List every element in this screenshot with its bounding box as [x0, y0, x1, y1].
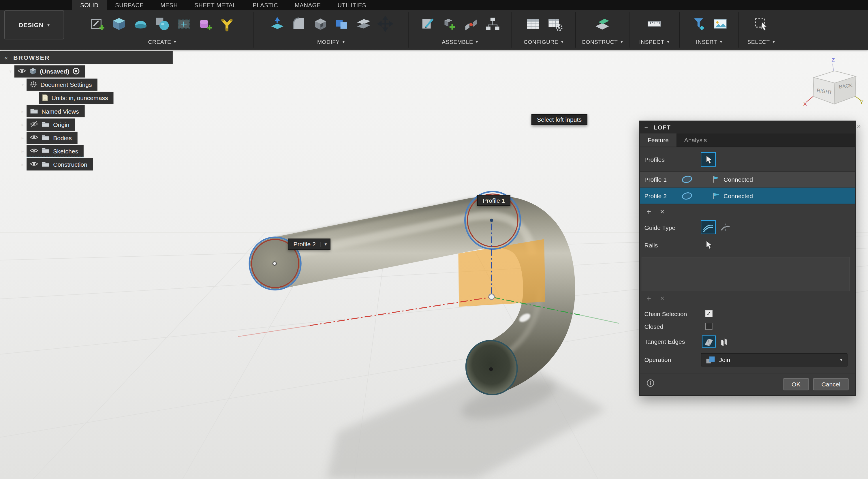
expand-arrow-icon[interactable]: ▸: [19, 108, 27, 114]
combine-icon[interactable]: [333, 13, 351, 34]
profile-row-2[interactable]: Profile 2 Connected: [640, 188, 855, 204]
ok-button[interactable]: OK: [783, 378, 809, 390]
profile-2-label[interactable]: Profile 2 ▾: [288, 238, 331, 250]
closed-checkbox[interactable]: [705, 323, 713, 330]
move-icon[interactable]: [375, 13, 394, 34]
expand-arrow-icon[interactable]: ▸: [19, 162, 27, 167]
operation-dropdown[interactable]: Join ▾: [701, 353, 847, 366]
expand-arrow-icon[interactable]: ▸: [19, 148, 27, 154]
box-icon[interactable]: [110, 13, 128, 34]
select-dropdown[interactable]: SELECT▾: [747, 37, 775, 47]
inspect-dropdown[interactable]: INSPECT▾: [639, 37, 669, 47]
sphere-revolve-icon[interactable]: [153, 13, 172, 34]
tab-sheet-metal[interactable]: SHEET METAL: [186, 0, 244, 10]
rails-select-button[interactable]: [701, 238, 716, 252]
visibility-eye-icon[interactable]: [30, 161, 38, 168]
design-workspace-dropdown[interactable]: DESIGN ▾: [4, 10, 64, 39]
browser-row-units[interactable]: Units: in, ouncemass: [0, 92, 173, 104]
guide-centerline-button[interactable]: [718, 220, 733, 234]
offset-plane-icon[interactable]: [354, 13, 373, 34]
tab-plastic[interactable]: PLASTIC: [245, 0, 287, 10]
info-icon[interactable]: [647, 379, 654, 389]
profile-row-1[interactable]: Profile 1 Connected: [640, 171, 855, 188]
tab-utilities[interactable]: UTILITIES: [329, 0, 375, 10]
add-profile-icon[interactable]: +: [647, 207, 651, 216]
tab-solid[interactable]: SOLID: [72, 0, 107, 10]
configuration-settings-icon[interactable]: [545, 13, 564, 34]
select-tool-icon[interactable]: [752, 13, 771, 34]
pipe-icon[interactable]: [217, 13, 236, 34]
expand-arrow-icon[interactable]: ▾: [19, 82, 27, 87]
panel-dock-arrows-icon[interactable]: »: [857, 122, 861, 130]
visibility-eye-icon[interactable]: [30, 134, 38, 141]
create-dropdown[interactable]: CREATE▾: [148, 37, 177, 47]
insert-component-icon[interactable]: [440, 13, 459, 34]
tangent-merged-button[interactable]: [702, 336, 716, 348]
visibility-eye-off-icon[interactable]: [30, 121, 38, 128]
expand-arrow-icon[interactable]: ▸: [19, 122, 27, 127]
measure-ruler-icon[interactable]: [645, 13, 663, 34]
joint-icon[interactable]: [461, 13, 480, 34]
hierarchy-icon[interactable]: [483, 13, 502, 34]
cancel-button[interactable]: Cancel: [813, 378, 849, 390]
create-label: CREATE: [148, 38, 171, 44]
browser-row-sketches[interactable]: ▸ Sketches: [0, 145, 173, 157]
profile-geometry-icon: [681, 175, 696, 184]
browser-row-bodies[interactable]: ▸ Bodies: [0, 132, 173, 144]
activate-radio-icon[interactable]: [73, 67, 80, 75]
workspace-tabs: SOLID SURFACE MESH SHEET METAL PLASTIC M…: [72, 0, 375, 10]
chain-selection-checkbox[interactable]: [705, 310, 713, 317]
collapse-panel-icon[interactable]: «: [4, 54, 8, 61]
browser-row-origin[interactable]: ▸ Origin: [0, 119, 173, 131]
add-rail-icon[interactable]: +: [647, 294, 651, 302]
toolbar-group-assemble: ASSEMBLE▾: [409, 10, 512, 50]
assemble-dropdown[interactable]: ASSEMBLE▾: [442, 37, 478, 47]
remove-profile-icon[interactable]: ×: [660, 207, 665, 216]
tab-analysis[interactable]: Analysis: [677, 133, 715, 147]
rails-list-box[interactable]: [642, 257, 850, 291]
origin-point[interactable]: [489, 294, 494, 299]
tab-manage[interactable]: MANAGE: [286, 0, 329, 10]
insert-image-icon[interactable]: [711, 13, 729, 34]
press-pull-icon[interactable]: [268, 13, 286, 34]
insert-dropdown[interactable]: INSERT▾: [696, 37, 722, 47]
construction-plane-icon[interactable]: [593, 13, 612, 34]
minimize-dialog-icon[interactable]: −: [644, 124, 648, 131]
browser-row-named-views[interactable]: ▸ Named Views: [0, 105, 173, 117]
create-form-icon[interactable]: [196, 13, 215, 34]
cylinder-dome-icon[interactable]: [131, 13, 150, 34]
insert-derive-icon[interactable]: [689, 13, 708, 34]
profile-row-status: Connected: [723, 176, 753, 183]
shell-icon[interactable]: [311, 13, 330, 34]
browser-row-root[interactable]: ▾ (Unsaved): [0, 65, 173, 77]
fillet-icon[interactable]: [289, 13, 308, 34]
new-component-icon[interactable]: [418, 13, 437, 34]
loft-dialog-titlebar[interactable]: − LOFT: [640, 121, 855, 133]
guide-rails-button[interactable]: [701, 220, 716, 234]
view-cube[interactable]: Z RIGHT BACK X Y: [802, 54, 865, 109]
expand-arrow-icon[interactable]: ▸: [19, 135, 27, 140]
tangent-unmerged-button[interactable]: [718, 336, 732, 348]
configuration-table-icon[interactable]: [523, 13, 542, 34]
chevron-down-icon: ▾: [343, 39, 345, 44]
create-sketch-icon[interactable]: [88, 13, 107, 34]
chain-selection-label: Chain Selection: [644, 310, 705, 317]
browser-row-document-settings[interactable]: ▾ Document Settings: [0, 79, 173, 91]
tab-mesh[interactable]: MESH: [152, 0, 186, 10]
construct-dropdown[interactable]: CONSTRUCT▾: [582, 37, 623, 47]
profiles-select-button[interactable]: [701, 152, 716, 167]
profile-2-dropdown-caret[interactable]: ▾: [321, 242, 330, 247]
expand-arrow-icon[interactable]: ▾: [7, 69, 14, 74]
remove-rail-icon[interactable]: ×: [660, 294, 665, 302]
minimize-browser-icon[interactable]: —: [161, 54, 167, 61]
tab-feature[interactable]: Feature: [640, 133, 677, 147]
browser-panel: « BROWSER — ▾ (Unsaved) ▾ Document Setti…: [0, 51, 173, 171]
pattern-web-icon[interactable]: [175, 13, 193, 34]
construction-label: Construction: [53, 161, 87, 168]
visibility-eye-icon[interactable]: [30, 148, 38, 154]
visibility-eye-icon[interactable]: [18, 68, 26, 75]
browser-row-construction[interactable]: ▸ Construction: [0, 158, 173, 170]
tab-surface[interactable]: SURFACE: [107, 0, 152, 10]
configure-dropdown[interactable]: CONFIGURE▾: [524, 37, 563, 47]
modify-dropdown[interactable]: MODIFY▾: [317, 37, 345, 47]
